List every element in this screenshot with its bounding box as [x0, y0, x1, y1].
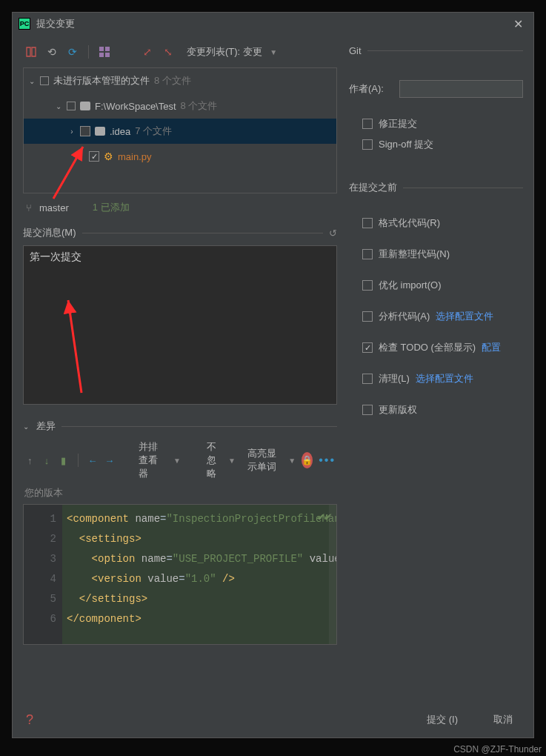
prev-diff-icon[interactable]: ↑	[24, 452, 36, 468]
refresh-icon[interactable]: ⟲	[44, 44, 60, 60]
lock-icon[interactable]: 🔒	[302, 452, 313, 468]
amend-label: 修正提交	[379, 117, 417, 130]
analyze-config-link[interactable]: 选择配置文件	[436, 310, 493, 323]
signoff-row[interactable]: Sign-off 提交	[349, 138, 523, 151]
checkbox[interactable]	[362, 249, 373, 259]
tree-count: 7 个文件	[135, 125, 172, 138]
group-icon[interactable]	[96, 44, 113, 60]
pycharm-icon: PC	[19, 18, 30, 30]
tree-root-unversioned[interactable]: ⌄ 未进行版本管理的文件 8 个文件	[24, 68, 336, 93]
separator	[88, 45, 89, 59]
changelist-dropdown[interactable]: 变更列表(T): 变更 ▼	[187, 45, 277, 59]
tree-label: .idea	[110, 126, 130, 137]
tree-folder-workspace[interactable]: ⌄ F:\WorkSpace\Test 8 个文件	[24, 93, 336, 119]
ignore-dropdown[interactable]: 不忽略 ▼	[207, 440, 236, 480]
commit-message-text: 第一次提交	[30, 251, 81, 262]
close-button[interactable]: ✕	[509, 17, 527, 31]
added-count: 1 已添加	[93, 201, 130, 214]
svg-rect-2	[99, 53, 104, 57]
tree-folder-idea[interactable]: › .idea 7 个文件	[24, 119, 336, 144]
checkbox[interactable]	[362, 280, 373, 291]
dialog-title: 提交变更	[36, 17, 509, 30]
watermark: CSDN @ZJF-Thunder	[453, 744, 542, 755]
scrollbar[interactable]	[329, 505, 336, 644]
nav-back-icon[interactable]: ←	[87, 452, 99, 468]
branch-name: master	[39, 202, 69, 213]
revert-icon[interactable]	[23, 44, 39, 60]
tree-label: F:\WorkSpace\Test	[95, 101, 176, 112]
checkbox[interactable]	[362, 374, 373, 384]
folder-icon	[95, 127, 105, 136]
checkbox[interactable]	[362, 405, 373, 415]
chevron-down-icon: ▼	[173, 457, 181, 465]
diff-editor[interactable]: 123456 ✔✔ <component name="InspectionPro…	[23, 504, 337, 645]
checkbox-icon[interactable]	[67, 102, 76, 110]
commit-message-section: 提交消息(M) ↺	[23, 226, 337, 239]
chevron-down-icon: ▼	[270, 48, 277, 56]
todo-row[interactable]: 检查 TODO (全部显示) 配置	[349, 341, 523, 354]
tree-file-main[interactable]: ⚙ main.py	[24, 144, 336, 169]
diff-section-header[interactable]: ⌄ 差异	[23, 420, 337, 433]
checkbox[interactable]	[362, 139, 373, 150]
cancel-button[interactable]: 取消	[486, 710, 520, 729]
highlight-dropdown[interactable]: 高亮显示单词 ▼	[247, 447, 296, 474]
git-section: Git	[349, 45, 523, 56]
title-bar: PC 提交变更 ✕	[13, 13, 533, 35]
format-code-row[interactable]: 格式化代码(R)	[349, 216, 523, 230]
changelist-label: 变更列表(T):	[187, 45, 240, 59]
line-gutter: 123456	[24, 505, 62, 644]
update-icon[interactable]: ⟳	[64, 44, 81, 60]
update-copy-row[interactable]: 更新版权	[349, 403, 523, 417]
cleanup-row[interactable]: 清理(L) 选择配置文件	[349, 372, 523, 385]
chevron-down-icon: ▼	[288, 457, 296, 465]
analyze-row[interactable]: 分析代码(A) 选择配置文件	[349, 310, 523, 323]
expander-icon[interactable]: ⌄	[28, 77, 36, 85]
optimize-imports-row[interactable]: 优化 import(O)	[349, 279, 523, 292]
folder-icon	[80, 102, 90, 110]
diff-toolbar: ↑ ↓ ▮ ← → 并排查看器 ▼ 不忽略 ▼	[23, 433, 337, 485]
viewer-dropdown[interactable]: 并排查看器 ▼	[139, 440, 181, 480]
author-row: 作者(A):	[349, 80, 523, 98]
checkbox[interactable]	[80, 126, 90, 136]
svg-rect-3	[105, 53, 110, 57]
code-area[interactable]: ✔✔ <component name="InspectionProjectPro…	[62, 505, 336, 644]
checkbox-checked[interactable]	[89, 151, 99, 162]
tree-count: 8 个文件	[181, 99, 218, 113]
expander-icon[interactable]: ⌄	[55, 102, 62, 110]
rearrange-row[interactable]: 重新整理代码(N)	[349, 248, 523, 261]
amend-row[interactable]: 修正提交	[349, 117, 523, 130]
history-icon[interactable]: ↺	[329, 228, 337, 239]
author-input[interactable]	[399, 80, 523, 98]
checkbox[interactable]	[362, 311, 373, 322]
branch-row: ⑂ master 1 已添加	[23, 193, 337, 222]
more-icon[interactable]: •••	[319, 454, 336, 467]
changes-tree[interactable]: ⌄ 未进行版本管理的文件 8 个文件 ⌄ F:\WorkSpace\Test 8…	[23, 67, 337, 193]
commit-button[interactable]: 提交 (I)	[419, 710, 465, 729]
help-icon[interactable]: ?	[26, 712, 33, 728]
chevron-down-icon: ▼	[228, 457, 236, 465]
diff-label: 差异	[36, 420, 56, 433]
checkbox-icon[interactable]	[40, 76, 49, 85]
file-icon[interactable]: ▮	[58, 452, 69, 468]
tree-label: 未进行版本管理的文件	[53, 74, 150, 87]
checkbox[interactable]	[362, 119, 373, 129]
changelist-value: 变更	[243, 45, 262, 59]
before-commit-section: 在提交之前	[349, 181, 523, 194]
svg-rect-0	[99, 47, 104, 51]
todo-config-link[interactable]: 配置	[482, 341, 501, 354]
nav-forward-icon[interactable]: →	[104, 452, 115, 468]
tree-count: 8 个文件	[154, 74, 191, 87]
checkbox-checked[interactable]	[362, 342, 373, 353]
commit-message-input[interactable]: 第一次提交	[23, 245, 337, 405]
tree-label: main.py	[118, 151, 152, 162]
expander-icon[interactable]: ›	[68, 127, 76, 136]
your-version-label: 您的版本	[23, 485, 337, 504]
next-diff-icon[interactable]: ↓	[41, 452, 53, 468]
expand-icon[interactable]: ⤢	[139, 44, 156, 60]
commit-toolbar: ⟲ ⟳ ⤢ ⤡ 变更列表(T): 变更 ▼	[23, 41, 337, 67]
collapse-icon[interactable]: ⤡	[160, 44, 176, 60]
cleanup-config-link[interactable]: 选择配置文件	[416, 372, 473, 385]
dialog-footer: ? 提交 (I) 取消	[13, 702, 533, 737]
expander-icon[interactable]: ⌄	[23, 422, 29, 431]
checkbox[interactable]	[362, 218, 373, 228]
